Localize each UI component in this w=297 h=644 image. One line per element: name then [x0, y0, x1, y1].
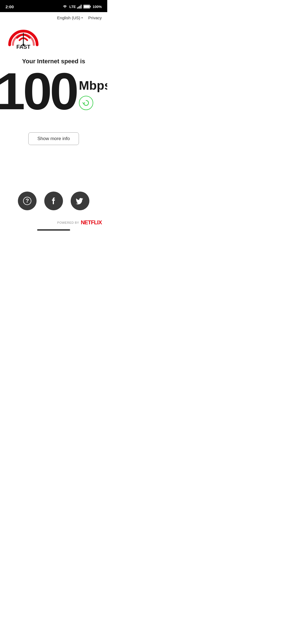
fast-logo: FAST [6, 26, 41, 50]
main-content: FAST Your Internet speed is 100 Mbps Sho… [0, 23, 107, 232]
lte-label: LTE [69, 5, 76, 9]
speed-value: 100 [0, 65, 77, 117]
speed-section: Your Internet speed is 100 Mbps [6, 58, 102, 117]
svg-rect-2 [79, 6, 80, 9]
show-more-info-button[interactable]: Show more info [28, 132, 79, 145]
svg-rect-0 [77, 7, 78, 9]
refresh-button[interactable] [79, 96, 93, 110]
battery-label: 100% [93, 5, 102, 9]
status-time: 2:00 [6, 4, 14, 9]
powered-by-text: POWERED BY [57, 221, 79, 224]
social-footer: ? [0, 192, 107, 210]
home-indicator [37, 229, 70, 231]
help-icon: ? [23, 197, 32, 205]
svg-rect-6 [84, 6, 89, 8]
wifi-icon [62, 5, 67, 9]
twitter-button[interactable] [71, 192, 89, 210]
svg-rect-1 [78, 7, 79, 9]
facebook-icon [49, 197, 58, 205]
svg-text:FAST: FAST [16, 44, 30, 50]
status-bar: 2:00 LTE 100% [0, 0, 107, 12]
speed-unit-refresh-group: Mbps [79, 79, 107, 110]
speed-unit: Mbps [79, 79, 107, 92]
privacy-link[interactable]: Privacy [88, 15, 102, 20]
speed-value-container: 100 Mbps [0, 65, 107, 117]
netflix-footer: POWERED BY NETFLIX [57, 219, 102, 226]
twitter-icon [76, 197, 84, 205]
status-icons: LTE 100% [62, 5, 102, 9]
svg-rect-3 [81, 5, 81, 9]
facebook-button[interactable] [44, 192, 63, 210]
netflix-logo: NETFLIX [81, 219, 102, 226]
svg-rect-5 [90, 6, 91, 7]
svg-text:?: ? [26, 198, 29, 204]
logo-container: FAST [6, 26, 102, 50]
language-selector[interactable]: English (US) ▾ [57, 15, 83, 20]
header-nav: English (US) ▾ Privacy [0, 12, 107, 23]
refresh-icon [82, 99, 90, 107]
language-label: English (US) [57, 15, 80, 20]
battery-icon [83, 5, 91, 9]
signal-icon [77, 5, 82, 9]
help-button[interactable]: ? [18, 192, 37, 210]
chevron-down-icon: ▾ [81, 16, 83, 19]
